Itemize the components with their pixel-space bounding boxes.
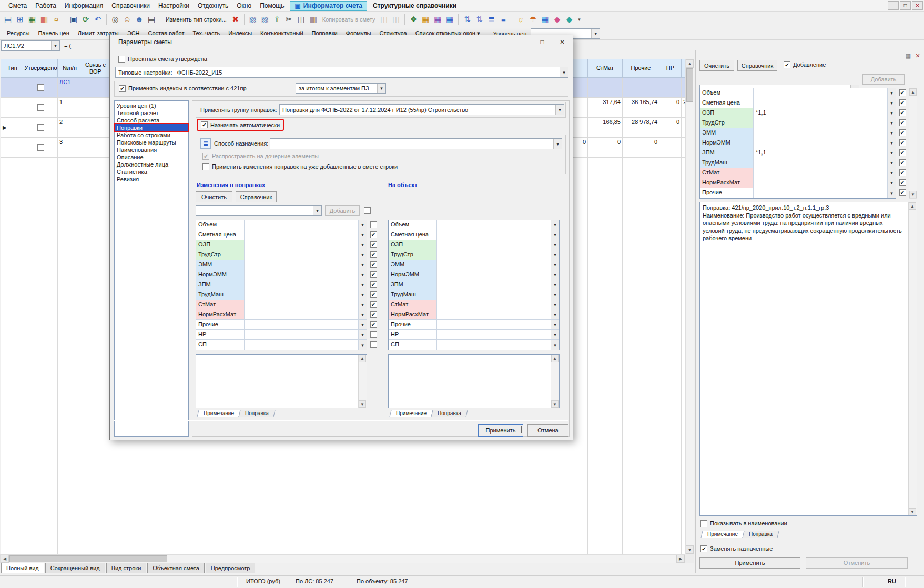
reference-button[interactable]: Справочник [236, 191, 277, 202]
param-dropdown-arrow-icon[interactable] [551, 300, 559, 310]
param-dropdown-arrow-icon[interactable] [358, 280, 367, 290]
estimate-selector-combo[interactable]: ЛС1.V2 [1, 40, 60, 51]
panel-params-scrollbar[interactable]: ▲ ▼ [909, 88, 917, 199]
scrollbar-thumb[interactable] [9, 555, 167, 562]
brush-icon[interactable]: ◆ [563, 14, 575, 25]
row-approved-checkbox[interactable] [37, 144, 44, 151]
insert-row-icon[interactable]: ▨ [259, 14, 271, 25]
param-value-field[interactable] [437, 290, 551, 300]
param-checkbox[interactable] [899, 159, 906, 166]
param-checkbox[interactable] [370, 241, 377, 248]
combo-arrow-icon[interactable] [553, 139, 562, 149]
param-dropdown-arrow-icon[interactable] [358, 310, 367, 319]
scroll-down-icon[interactable]: ▼ [686, 545, 694, 554]
show-in-name-checkbox[interactable] [700, 520, 707, 527]
search-icon[interactable]: ◎ [109, 14, 121, 25]
param-value-field[interactable] [245, 290, 358, 300]
note-scrollbar[interactable]: ▲ ▼ [358, 355, 367, 408]
param-checkbox[interactable] [899, 99, 906, 106]
param-dropdown-arrow-icon[interactable] [358, 270, 367, 280]
panel-add-button[interactable]: Добавить [862, 74, 905, 85]
tab-note[interactable]: Примечание [389, 410, 433, 417]
param-value-field[interactable] [245, 280, 358, 290]
on-object-note-area[interactable]: ▲ ▼ [388, 354, 560, 408]
umbrella-icon[interactable]: ☂ [527, 14, 539, 25]
column-header-0[interactable]: Тип [1, 59, 24, 78]
excel-icon[interactable]: ▦ [26, 14, 38, 25]
param-dropdown-arrow-icon[interactable] [887, 118, 896, 128]
param-checkbox[interactable] [370, 341, 377, 348]
sort-asc-icon[interactable]: ⇅ [461, 14, 473, 25]
tab-correction[interactable]: Поправка [238, 410, 275, 417]
param-dropdown-arrow-icon[interactable] [551, 270, 559, 280]
param-value-field[interactable]: *1,1 [754, 108, 887, 118]
column-header-2[interactable]: №п/п [58, 59, 82, 78]
combo-arrow-icon[interactable] [51, 41, 59, 50]
param-dropdown-arrow-icon[interactable] [358, 320, 367, 329]
param-checkbox[interactable] [899, 189, 906, 196]
param-checkbox[interactable] [370, 251, 377, 258]
column-header-Прочие[interactable]: Прочие [623, 59, 659, 78]
panel-reference-button[interactable]: Справочник [737, 60, 777, 71]
close-button[interactable]: ✕ [912, 1, 923, 10]
scroll-up-icon[interactable]: ▲ [909, 202, 916, 210]
param-dropdown-arrow-icon[interactable] [358, 290, 367, 300]
param-checkbox[interactable] [370, 271, 377, 278]
param-checkbox[interactable] [370, 231, 377, 238]
param-dropdown-arrow-icon[interactable] [551, 220, 559, 230]
view-tab-2[interactable]: Вид строки [106, 563, 147, 573]
param-dropdown-arrow-icon[interactable] [887, 188, 896, 198]
dialog-nav-item-10[interactable]: Ревизия [115, 176, 188, 183]
param-value-field[interactable] [245, 230, 358, 240]
dialog-nav-item-6[interactable]: Наименования [115, 146, 188, 153]
grid-link-icon[interactable]: ▦ [444, 14, 455, 25]
panel-sheet-icon[interactable]: ▦ [905, 52, 912, 59]
panel-clear-button[interactable]: Очистить [699, 60, 734, 71]
scrollbar-thumb[interactable] [686, 68, 693, 102]
assign-method-icon[interactable]: ≣ [200, 138, 211, 149]
param-value-field[interactable] [245, 260, 358, 270]
param-dropdown-arrow-icon[interactable] [358, 240, 367, 250]
corrections-group-combo[interactable]: Поправки для ФСНБ-2022 от 17.12.2024 г И… [279, 104, 564, 115]
param-checkbox[interactable] [370, 331, 377, 338]
param-value-field[interactable] [437, 270, 551, 280]
param-value-field[interactable] [437, 310, 551, 319]
param-dropdown-arrow-icon[interactable] [887, 158, 896, 168]
param-dropdown-arrow-icon[interactable] [551, 260, 559, 270]
column-header-СтМат[interactable]: СтМат [588, 59, 623, 78]
undo-icon[interactable]: ↶ [92, 14, 104, 25]
dialog-nav-item-7[interactable]: Описание [115, 153, 188, 161]
menu-item-3[interactable]: Справочники [107, 1, 154, 11]
param-value-field[interactable] [754, 118, 887, 128]
cut-icon[interactable]: ✂ [283, 14, 295, 25]
menu-item-structural-refs[interactable]: Структурные справочники [369, 1, 461, 11]
param-value-field[interactable] [437, 230, 551, 240]
panel-close-icon[interactable]: ✕ [914, 52, 921, 59]
tab-correction[interactable]: Поправка [742, 531, 779, 538]
param-value-field[interactable] [754, 138, 887, 148]
param-dropdown-arrow-icon[interactable] [887, 168, 896, 178]
param-dropdown-arrow-icon[interactable] [358, 260, 367, 270]
scroll-down-icon[interactable]: ▼ [909, 191, 917, 198]
param-value-field[interactable] [245, 310, 358, 319]
row-approved-checkbox[interactable] [37, 124, 44, 131]
scroll-up-icon[interactable]: ▲ [359, 355, 366, 362]
param-value-field[interactable] [754, 98, 887, 108]
param-dropdown-arrow-icon[interactable] [887, 108, 896, 118]
users-icon[interactable]: ☻ [134, 14, 145, 25]
column-header-blank[interactable] [682, 59, 685, 78]
menu-item-5[interactable]: Отдохнуть [194, 1, 232, 11]
param-checkbox[interactable] [899, 129, 906, 136]
param-dropdown-arrow-icon[interactable] [551, 250, 559, 260]
param-value-field[interactable] [245, 250, 358, 260]
panel-apply-button[interactable]: Применить [699, 557, 800, 569]
scroll-right-icon[interactable]: ▶ [676, 555, 685, 563]
param-dropdown-arrow-icon[interactable] [551, 330, 559, 339]
menu-item-6[interactable]: Окно [232, 1, 256, 11]
panel-cancel-button[interactable]: Отменить [806, 557, 908, 569]
view-tab-1[interactable]: Сокращенный вид [45, 563, 105, 573]
param-checkbox[interactable] [899, 139, 906, 146]
column-header-1[interactable]: Утверждено [24, 59, 58, 78]
resources-button[interactable]: Ресурсы [3, 28, 33, 38]
param-value-field[interactable] [245, 300, 358, 310]
